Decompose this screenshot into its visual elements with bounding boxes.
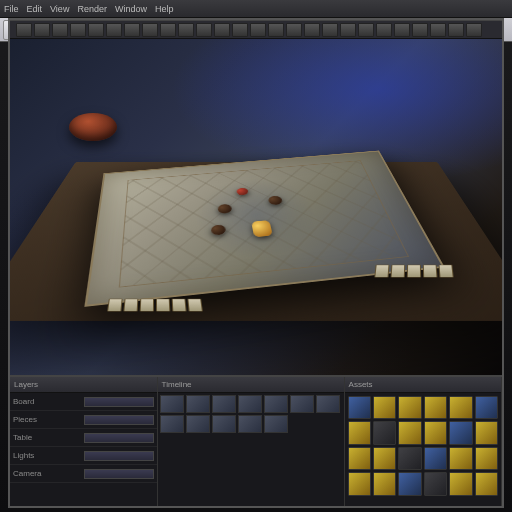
- timeline-thumb[interactable]: [238, 415, 262, 433]
- menu-help[interactable]: Help: [155, 4, 174, 14]
- piece-dark-1: [217, 204, 232, 214]
- timeline-thumb[interactable]: [160, 415, 184, 433]
- timeline-thumb[interactable]: [186, 395, 210, 413]
- viewport-chip[interactable]: [448, 23, 464, 37]
- layers-panel-body[interactable]: BoardPiecesTableLightsCamera: [10, 393, 157, 506]
- viewport-chip[interactable]: [160, 23, 176, 37]
- viewport-chip[interactable]: [178, 23, 194, 37]
- asset-tile[interactable]: [424, 396, 447, 419]
- viewport-chip[interactable]: [142, 23, 158, 37]
- viewport-chip[interactable]: [412, 23, 428, 37]
- card-strip-right: [374, 265, 454, 278]
- assets-panel: Assets: [345, 377, 502, 506]
- viewport-chip[interactable]: [232, 23, 248, 37]
- track-row[interactable]: Board: [10, 393, 157, 411]
- asset-tile[interactable]: [475, 472, 498, 495]
- track-bar[interactable]: [84, 415, 154, 425]
- menu-edit[interactable]: Edit: [27, 4, 43, 14]
- card-tile: [390, 265, 405, 278]
- asset-tile[interactable]: [424, 447, 447, 470]
- track-bar[interactable]: [84, 433, 154, 443]
- asset-tile[interactable]: [475, 396, 498, 419]
- asset-tile[interactable]: [373, 447, 396, 470]
- viewport-chip[interactable]: [322, 23, 338, 37]
- timeline-thumb[interactable]: [264, 415, 288, 433]
- asset-tile[interactable]: [398, 396, 421, 419]
- asset-tile[interactable]: [424, 472, 447, 495]
- track-row[interactable]: Pieces: [10, 411, 157, 429]
- viewport-chip[interactable]: [394, 23, 410, 37]
- asset-tile[interactable]: [398, 447, 421, 470]
- asset-tile[interactable]: [449, 447, 472, 470]
- track-row[interactable]: Table: [10, 429, 157, 447]
- menu-render[interactable]: Render: [77, 4, 107, 14]
- track-bar[interactable]: [84, 451, 154, 461]
- track-bar[interactable]: [84, 397, 154, 407]
- viewport-chip[interactable]: [340, 23, 356, 37]
- asset-tile[interactable]: [348, 421, 371, 444]
- piece-dark-3: [210, 225, 226, 236]
- app-window: File Edit View Render Window Help ?: [0, 0, 512, 512]
- menu-window[interactable]: Window: [115, 4, 147, 14]
- viewport-chip[interactable]: [34, 23, 50, 37]
- viewport-chip[interactable]: [124, 23, 140, 37]
- asset-tile[interactable]: [424, 421, 447, 444]
- timeline-thumb[interactable]: [212, 415, 236, 433]
- timeline-thumb[interactable]: [264, 395, 288, 413]
- viewport-chip[interactable]: [304, 23, 320, 37]
- timeline-panel-body[interactable]: [158, 393, 344, 506]
- timeline-thumb[interactable]: [290, 395, 314, 413]
- track-label: Table: [13, 433, 81, 442]
- asset-tile[interactable]: [449, 421, 472, 444]
- timeline-thumb[interactable]: [316, 395, 340, 413]
- timeline-thumb[interactable]: [186, 415, 210, 433]
- track-label: Lights: [13, 451, 81, 460]
- asset-tile[interactable]: [348, 447, 371, 470]
- viewport-chip[interactable]: [286, 23, 302, 37]
- menu-view[interactable]: View: [50, 4, 69, 14]
- asset-tile[interactable]: [475, 447, 498, 470]
- track-row[interactable]: Lights: [10, 447, 157, 465]
- viewport-chip[interactable]: [430, 23, 446, 37]
- menu-file[interactable]: File: [4, 4, 19, 14]
- asset-tile[interactable]: [348, 472, 371, 495]
- timeline-panel: Timeline: [158, 377, 345, 506]
- viewport-chip[interactable]: [16, 23, 32, 37]
- card-tile: [140, 298, 154, 311]
- viewport-chip[interactable]: [52, 23, 68, 37]
- viewport-chip[interactable]: [376, 23, 392, 37]
- assets-panel-body[interactable]: [345, 393, 501, 506]
- render-view[interactable]: [10, 39, 502, 375]
- asset-tile[interactable]: [373, 421, 396, 444]
- asset-tile[interactable]: [398, 421, 421, 444]
- asset-tile[interactable]: [475, 421, 498, 444]
- content-frame: Layers BoardPiecesTableLightsCamera Time…: [8, 18, 504, 508]
- viewport-chip[interactable]: [268, 23, 284, 37]
- piece-dark-2: [267, 196, 283, 206]
- viewport-chip[interactable]: [70, 23, 86, 37]
- viewport[interactable]: [10, 20, 502, 376]
- asset-tile[interactable]: [449, 472, 472, 495]
- timeline-thumb[interactable]: [160, 395, 184, 413]
- viewport-chip[interactable]: [358, 23, 374, 37]
- viewport-chip[interactable]: [250, 23, 266, 37]
- card-tile: [188, 298, 204, 311]
- asset-tile[interactable]: [398, 472, 421, 495]
- layers-panel-title: Layers: [10, 377, 157, 393]
- assets-panel-title: Assets: [345, 377, 501, 393]
- timeline-thumb[interactable]: [238, 395, 262, 413]
- track-bar[interactable]: [84, 469, 154, 479]
- timeline-thumb[interactable]: [212, 395, 236, 413]
- asset-tile[interactable]: [373, 396, 396, 419]
- viewport-chip[interactable]: [214, 23, 230, 37]
- layers-panel: Layers BoardPiecesTableLightsCamera: [10, 377, 158, 506]
- viewport-chip[interactable]: [196, 23, 212, 37]
- asset-tile[interactable]: [373, 472, 396, 495]
- track-label: Pieces: [13, 415, 81, 424]
- viewport-chip[interactable]: [106, 23, 122, 37]
- asset-tile[interactable]: [449, 396, 472, 419]
- viewport-chip[interactable]: [88, 23, 104, 37]
- viewport-chip[interactable]: [466, 23, 482, 37]
- asset-tile[interactable]: [348, 396, 371, 419]
- track-row[interactable]: Camera: [10, 465, 157, 483]
